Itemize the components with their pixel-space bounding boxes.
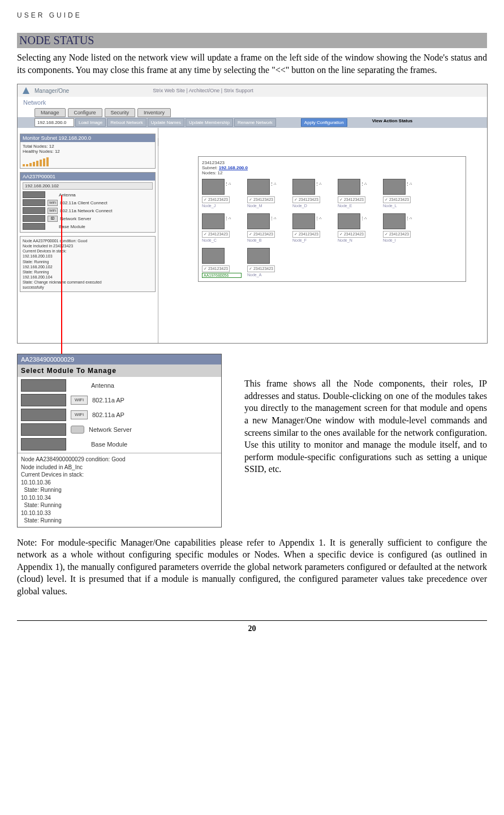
status-line: State: Running: [21, 501, 218, 509]
breadcrumb[interactable]: Network: [18, 97, 487, 108]
callout-arrow-icon: [61, 195, 62, 363]
network-node[interactable]: ⋮∴✓ 234123423Node_D: [292, 179, 332, 208]
network-node[interactable]: ⋮∴✓ 234123423Node_L: [383, 179, 423, 208]
module-row[interactable]: WiFi802.11a AP: [18, 408, 221, 422]
network-node[interactable]: ⋮∴✓ 234123423Node_J: [202, 179, 242, 208]
monitor-subnet-panel: Monitor Subnet 192.168.200.0 Total Nodes…: [20, 134, 156, 169]
network-node[interactable]: ⋮∴✓ 234123423Node_M: [247, 179, 287, 208]
network-node[interactable]: ⋮∴✓ 234123423Node_B: [247, 213, 287, 242]
tab-security[interactable]: Security: [105, 108, 136, 117]
top-links[interactable]: Strix Web Site | Architect/One | Strix S…: [153, 88, 253, 93]
node-ip: 192.168.200.102: [23, 182, 153, 190]
network-node[interactable]: ⋮∴✓ 234123423Node_C: [202, 213, 242, 242]
nodes-value: 12: [218, 170, 223, 175]
node-status-text: Node AA2384900000029 condition: GoodNode…: [18, 453, 221, 527]
wifi-icon: WiFi: [71, 410, 88, 419]
module-row[interactable]: Antenna: [18, 378, 221, 393]
module-label: Network Server: [89, 426, 132, 433]
device-icon: [23, 207, 45, 214]
status-line: State: Running: [21, 486, 218, 494]
node-status-panel: AA237P00001 192.168.200.102 Antenna WiFi…: [20, 172, 156, 233]
module-label: 802.11a Client Connect: [60, 200, 107, 205]
module-label: 802.11a Network Connect: [60, 208, 113, 213]
nodes-label: Nodes:: [202, 170, 216, 175]
network-box: 234123423 Subnet: 192.168.200.0 Nodes: 1…: [198, 156, 466, 282]
status-line: 10.10.10.34: [21, 494, 218, 502]
device-icon: [23, 199, 45, 206]
status-line: Current Devices in stack:: [23, 248, 153, 254]
module-label: Base Module: [59, 224, 85, 229]
apply-configuration-button[interactable]: Apply Configuration: [301, 118, 347, 127]
update-names-button[interactable]: Update Names: [148, 118, 184, 127]
node-detail-title: AA2384900000029: [18, 354, 221, 364]
module-label: 802.11a AP: [92, 411, 124, 418]
reboot-network-button[interactable]: Reboot Network: [107, 118, 146, 127]
module-row[interactable]: WiFi802.11a Network Connect: [23, 207, 153, 215]
status-line: State: Running: [23, 269, 153, 274]
node-log-panel: Node AA237P00001 condition: Good Node in…: [20, 236, 156, 292]
screenshot-manager-one: Manager/One Strix Web Site | Architect/O…: [17, 84, 488, 344]
module-row[interactable]: WiFi802.11a AP: [18, 393, 221, 408]
network-node[interactable]: ⋮∴✓ 234123423Node_F: [292, 213, 332, 242]
status-line: State: Running: [21, 517, 218, 525]
tab-bar: Manage Configure Security Inventory: [18, 108, 487, 117]
app-title: Manager/One: [35, 88, 69, 94]
wifi-icon: WiFi: [48, 208, 58, 214]
key-icon: [71, 426, 84, 434]
healthy-nodes: Healthy Nodes: 12: [23, 149, 153, 154]
wifi-icon: WiFi: [71, 396, 88, 405]
frame-description-paragraph: This frame shows all the Node components…: [244, 354, 487, 527]
device-icon: [21, 423, 66, 436]
module-row[interactable]: Antenna: [23, 191, 153, 199]
section-title: NODE STATUS: [17, 33, 487, 48]
status-line: State: Change nickname command executed: [23, 280, 153, 285]
tab-configure[interactable]: Configure: [68, 108, 102, 117]
left-frame: Monitor Subnet 192.168.200.0 Total Nodes…: [18, 128, 158, 343]
network-node-selected[interactable]: ✓ 234123423AA197680056: [202, 248, 242, 278]
status-line: Current Devices in stack:: [21, 471, 218, 479]
node-grid: ⋮∴✓ 234123423Node_J⋮∴✓ 234123423Node_M⋮∴…: [202, 179, 462, 278]
app-logo-icon: [22, 87, 30, 95]
select-module-heading: Select Module To Manage: [18, 364, 221, 377]
network-node[interactable]: ⋮∴✓ 234123423Node_N: [338, 213, 377, 242]
status-line: Node included in 234123423: [23, 243, 153, 248]
status-line: successfully: [23, 285, 153, 290]
module-row[interactable]: Network Server: [18, 422, 221, 437]
module-label: Network Server: [60, 216, 91, 221]
module-row[interactable]: WiFi802.11a Client Connect: [23, 199, 153, 207]
view-action-status-link[interactable]: View Action Status: [372, 118, 413, 127]
module-row[interactable]: Base Module: [23, 222, 153, 230]
network-node[interactable]: ⋮∴✓ 234123423Node_I: [383, 213, 423, 242]
status-line: Node AA2384900000029 condition: Good: [21, 456, 218, 464]
subnet-value[interactable]: 192.168.200.0: [219, 165, 248, 170]
note-paragraph: Note: For module-specific Manager/One ca…: [17, 537, 487, 598]
update-membership-button[interactable]: Update Membership: [186, 118, 233, 127]
network-node[interactable]: ✓ 234123423Node_A: [247, 248, 287, 278]
monitor-subnet-title: Monitor Subnet 192.168.200.0: [20, 134, 155, 142]
status-line: Node AA237P00001 condition: Good: [23, 238, 153, 243]
app-titlebar: Manager/One Strix Web Site | Architect/O…: [18, 84, 487, 97]
module-row[interactable]: ⚿Network Server: [23, 215, 153, 222]
node-status-title: AA237P00001: [20, 173, 155, 181]
device-icon: [21, 409, 66, 421]
status-line: Node included in AB_Inc: [21, 464, 218, 471]
load-image-button[interactable]: Load Image: [75, 118, 106, 127]
wifi-icon: WiFi: [48, 200, 58, 206]
module-list: AntennaWiFi802.11a APWiFi802.11a APNetwo…: [18, 377, 221, 453]
rename-network-button[interactable]: Rename Network: [234, 118, 276, 127]
status-line: State: Running: [23, 259, 153, 264]
subnet-label: Subnet:: [202, 165, 218, 170]
device-icon: [23, 191, 45, 198]
ip-field[interactable]: 192.168.200.0: [35, 118, 74, 127]
module-row[interactable]: Base Module: [18, 437, 221, 452]
tab-manage[interactable]: Manage: [35, 108, 66, 117]
status-line: 10.10.10.36: [21, 479, 218, 487]
network-node[interactable]: ⋮∴✓ 234123423Node_E: [338, 179, 377, 208]
module-label: Base Module: [91, 441, 127, 448]
screenshot-node-detail: AA2384900000029 Select Module To Manage …: [17, 354, 222, 527]
tab-inventory[interactable]: Inventory: [137, 108, 171, 117]
running-header: USER GUIDE: [17, 11, 487, 19]
device-icon: [23, 215, 45, 222]
status-line: 192.168.200.104: [23, 274, 153, 280]
network-serial: 234123423: [202, 160, 225, 165]
